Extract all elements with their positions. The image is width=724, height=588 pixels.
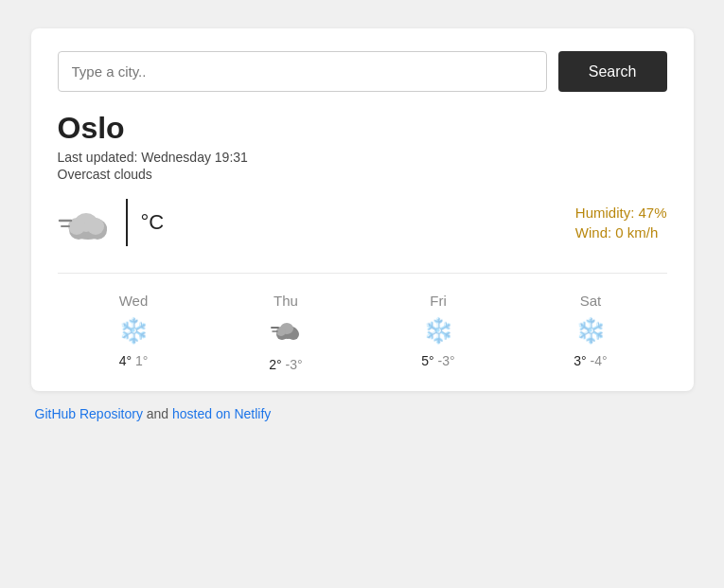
temp-divider	[126, 199, 128, 246]
weather-description: Overcast clouds	[58, 167, 667, 182]
forecast-day-sat: Sat ❄️ 3° -4°	[553, 293, 628, 372]
forecast-day-thu: Thu 2° -3°	[248, 293, 324, 372]
footer-text-between: and	[147, 406, 172, 421]
weather-card: Search Oslo Last updated: Wednesday 19:3…	[31, 28, 694, 391]
forecast-low-fri-val: -3°	[438, 353, 455, 368]
forecast-day-label: Thu	[274, 293, 298, 309]
forecast-temps-wed: 4° 1°	[119, 353, 149, 368]
last-updated: Last updated: Wednesday 19:31	[58, 150, 667, 165]
forecast-day-label: Fri	[430, 293, 447, 309]
forecast-low-sat-val: -4°	[591, 353, 608, 368]
forecast-icon-wed: ❄️	[118, 316, 149, 346]
city-name: Oslo	[58, 111, 667, 146]
search-button[interactable]: Search	[558, 51, 667, 92]
forecast-day-fri: Fri ❄️ 5° -3°	[400, 293, 476, 372]
forecast-temps-fri: 5° -3°	[421, 353, 454, 368]
humidity: Humidity: 47%	[575, 205, 667, 221]
forecast-low-thu-val: -3°	[286, 357, 303, 372]
forecast-icon-fri: ❄️	[423, 316, 453, 346]
forecast-icon-sat: ❄️	[575, 316, 606, 346]
footer: GitHub Repository and hosted on Netlify	[31, 406, 694, 421]
github-link[interactable]: GitHub Repository	[35, 406, 143, 421]
search-row: Search	[58, 51, 667, 92]
netlify-link[interactable]: hosted on Netlify	[172, 406, 271, 421]
forecast-high-fri: 5°	[421, 353, 433, 368]
forecast-temps-thu: 2° -3°	[269, 357, 302, 372]
forecast-day-wed: Wed ❄️ 4° 1°	[96, 293, 171, 372]
wind: Wind: 0 km/h	[575, 224, 667, 241]
temp-celsius: °C	[141, 210, 165, 235]
forecast-day-label: Wed	[119, 293, 149, 309]
forecast-row: Wed ❄️ 4° 1° Thu	[58, 273, 667, 372]
forecast-day-label: Sat	[580, 293, 602, 309]
forecast-high-sat: 3°	[574, 353, 586, 368]
city-search-input[interactable]	[58, 51, 547, 92]
overcast-cloud-svg	[58, 202, 115, 243]
forecast-low-wed-val: 1°	[135, 353, 148, 368]
forecast-high-thu: 2°	[269, 357, 281, 372]
forecast-icon-thu	[271, 316, 301, 349]
partly-cloudy-svg	[271, 316, 301, 343]
current-weather-row: °C Humidity: 47% Wind: 0 km/h	[58, 199, 667, 246]
weather-stats: Humidity: 47% Wind: 0 km/h	[575, 205, 667, 241]
current-weather-icon	[58, 202, 115, 243]
svg-point-5	[87, 218, 104, 235]
forecast-temps-sat: 3° -4°	[574, 353, 607, 368]
forecast-high-wed: 4°	[119, 353, 132, 368]
